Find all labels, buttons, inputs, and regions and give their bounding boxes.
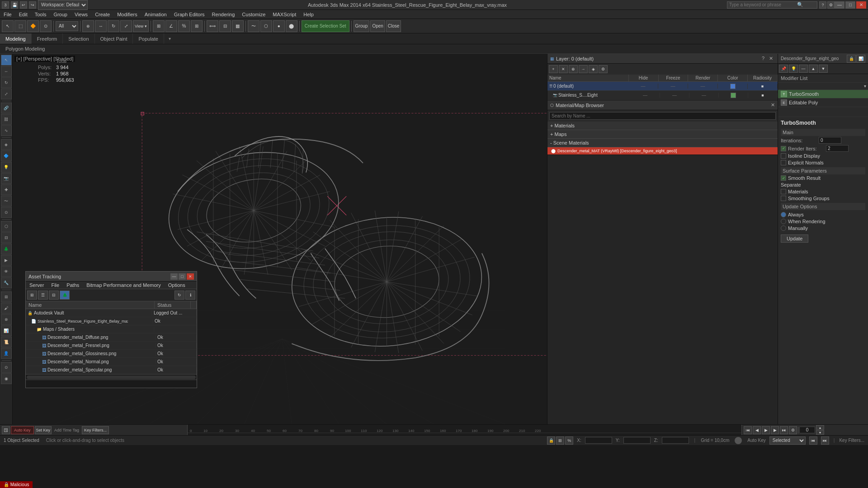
mod-pin-btn[interactable]: 📌 bbox=[779, 65, 788, 73]
lt-geometry-btn[interactable]: ◈ bbox=[1, 139, 12, 150]
list-item[interactable]: 🖼 Descender_metal_Diffuse.png Ok bbox=[26, 333, 197, 342]
current-frame-input[interactable] bbox=[799, 427, 815, 433]
layer-highlight-btn[interactable]: ◈ bbox=[589, 65, 598, 73]
asset-menu-options[interactable]: Options bbox=[165, 282, 189, 289]
asset-btn-grid[interactable]: ⊟ bbox=[49, 291, 59, 300]
lt-modifier-btn[interactable]: ⊟ bbox=[1, 232, 12, 243]
next-key-btn[interactable]: ⏭ bbox=[821, 436, 829, 445]
menu-views[interactable]: Views bbox=[71, 10, 91, 19]
layer-0-render[interactable]: — bbox=[688, 84, 718, 89]
go-to-start-btn[interactable]: ⏮ bbox=[744, 426, 752, 434]
frame-down-btn[interactable]: ▼ bbox=[816, 430, 824, 435]
mod-btn-graph[interactable]: 📊 bbox=[856, 55, 865, 63]
menu-group[interactable]: Group bbox=[50, 10, 71, 19]
layer-0-radiosity[interactable]: ■ bbox=[748, 84, 778, 89]
open-btn[interactable]: Open bbox=[370, 20, 385, 32]
play-options-btn[interactable]: ⚙ bbox=[789, 426, 797, 434]
lt-utilities-btn[interactable]: 🔧 bbox=[1, 277, 12, 288]
mat-search-bar[interactable] bbox=[547, 110, 778, 122]
asset-menu-paths[interactable]: Paths bbox=[63, 282, 83, 289]
lt-paint-btn[interactable]: 🖌 bbox=[1, 303, 12, 314]
snap-spinner-btn[interactable]: ⊞ bbox=[191, 20, 203, 32]
layer-props-btn[interactable]: ⚙ bbox=[599, 65, 608, 73]
lt-helpers-btn[interactable]: ✚ bbox=[1, 184, 12, 195]
lt-spacewarps-btn[interactable]: 〜 bbox=[1, 196, 12, 206]
menu-tools[interactable]: Tools bbox=[31, 10, 50, 19]
asset-maximize-btn[interactable]: □ bbox=[179, 273, 186, 280]
render-iters-checkbox[interactable] bbox=[781, 146, 786, 151]
tab-freeform[interactable]: Freeform bbox=[32, 33, 63, 44]
lt-display-btn[interactable]: 👁 bbox=[1, 266, 12, 277]
filter-select[interactable]: All bbox=[56, 21, 78, 31]
asset-horizontal-scrollbar[interactable] bbox=[26, 374, 197, 380]
menu-help[interactable]: Help bbox=[300, 10, 317, 19]
lt-unlink-btn[interactable]: ⛓ bbox=[1, 114, 12, 125]
list-item[interactable]: 📷 Stainless_S....Eight — — — ■ bbox=[547, 91, 778, 100]
next-frame-btn[interactable]: ▶ bbox=[771, 426, 779, 434]
mat-materials-section[interactable]: + Materials bbox=[547, 122, 778, 130]
modifier-editable-poly[interactable]: E Editable Poly bbox=[778, 99, 868, 107]
select-region-btn[interactable]: ⬚ bbox=[14, 20, 26, 32]
workspace-select[interactable]: Workspace: Default bbox=[38, 0, 88, 10]
lt-scale-btn[interactable]: ⤢ bbox=[1, 89, 12, 99]
iterations-input[interactable] bbox=[819, 137, 841, 144]
search-input[interactable] bbox=[729, 2, 797, 7]
modifier-turbosmooth[interactable]: T TurboSmooth bbox=[778, 90, 868, 99]
menu-edit[interactable]: Edit bbox=[15, 10, 31, 19]
timeline-set-key-btn[interactable]: Set Key bbox=[35, 426, 52, 434]
isoline-checkbox[interactable] bbox=[781, 153, 786, 159]
lasso-select-btn[interactable]: ⊙ bbox=[40, 20, 52, 32]
lt-shapes-btn[interactable]: 🔷 bbox=[1, 150, 12, 161]
mirror-btn[interactable]: ⟺ bbox=[207, 20, 218, 32]
explicit-normals-checkbox[interactable] bbox=[781, 160, 786, 165]
layer-stainless-render[interactable]: — bbox=[689, 93, 719, 98]
layer-0-color[interactable] bbox=[718, 84, 748, 89]
lt-motion-btn[interactable]: ▶ bbox=[1, 255, 12, 266]
snap-percent-btn[interactable]: % bbox=[178, 20, 190, 32]
maximize-button[interactable]: □ bbox=[845, 1, 855, 9]
mat-panel-close[interactable]: ✕ bbox=[771, 102, 775, 108]
mod-remove-btn[interactable]: — bbox=[799, 65, 808, 73]
align-btn[interactable]: ⊟ bbox=[219, 20, 231, 32]
viewport-3d[interactable]: [+] [Perspective] [Shaded] Total Polys: … bbox=[13, 54, 547, 424]
play-btn[interactable]: ▶ bbox=[762, 426, 770, 434]
menu-create[interactable]: Create bbox=[91, 10, 113, 19]
mat-scene-section[interactable]: - Scene Materials bbox=[547, 139, 778, 147]
mat-maps-section[interactable]: + Maps bbox=[547, 130, 778, 139]
z-coord-input[interactable] bbox=[662, 437, 689, 444]
layer-stainless-freeze[interactable]: — bbox=[660, 93, 689, 98]
named-sel-group-btn[interactable]: Group bbox=[354, 20, 370, 32]
list-item[interactable]: 🖼 Descender_metal_Specular.png Ok bbox=[26, 366, 197, 374]
prev-frame-btn[interactable]: ◀ bbox=[753, 426, 761, 434]
frame-up-btn[interactable]: ▲ bbox=[816, 425, 824, 430]
lt-select-btn[interactable]: ↖ bbox=[1, 55, 12, 66]
asset-btn-tree[interactable]: 🌲 bbox=[60, 291, 70, 300]
asset-btn-list[interactable]: ☰ bbox=[38, 291, 48, 300]
list-item[interactable]: 🖼 Descender_metal_Fresnel.png Ok bbox=[26, 342, 197, 350]
layer-add-btn[interactable]: + bbox=[549, 65, 558, 73]
prev-key-btn[interactable]: ⏮ bbox=[809, 436, 817, 445]
lt-bottom-btn1[interactable]: ⊙ bbox=[1, 362, 12, 373]
menu-animation[interactable]: Animation bbox=[141, 10, 170, 19]
select-filter-btn[interactable]: 🔶 bbox=[27, 20, 39, 32]
settings-icon[interactable]: ⚙ bbox=[827, 1, 835, 9]
close-button[interactable]: ✕ bbox=[856, 1, 866, 9]
selected-mode-select[interactable]: Selected bbox=[769, 436, 806, 445]
schematic-view-btn[interactable]: ⬡ bbox=[260, 20, 272, 32]
layer-0-freeze[interactable]: — bbox=[658, 84, 688, 89]
x-coord-input[interactable] bbox=[585, 437, 612, 444]
percent-snap-btn[interactable]: % bbox=[565, 436, 573, 445]
asset-btn-info[interactable]: ℹ bbox=[185, 291, 195, 300]
rotate-btn[interactable]: ↻ bbox=[108, 20, 119, 32]
lt-rotate-btn[interactable]: ↻ bbox=[1, 77, 12, 88]
layer-btn[interactable]: ▦ bbox=[232, 20, 244, 32]
mod-move-down-btn[interactable]: ▼ bbox=[819, 65, 828, 73]
modifier-list-dropdown[interactable]: ▾ bbox=[778, 83, 868, 90]
timeline-auto-key-btn[interactable]: Auto Key bbox=[11, 426, 34, 434]
asset-menu-bitmap[interactable]: Bitmap Performance and Memory bbox=[83, 282, 164, 289]
asset-scrollbar-thumb[interactable] bbox=[27, 375, 196, 379]
lt-systems-btn[interactable]: ⊙ bbox=[1, 207, 12, 218]
lt-link-btn[interactable]: 🔗 bbox=[1, 103, 12, 113]
menu-rendering[interactable]: Rendering bbox=[208, 10, 239, 19]
lt-isolate-btn[interactable]: ⊗ bbox=[1, 314, 12, 325]
